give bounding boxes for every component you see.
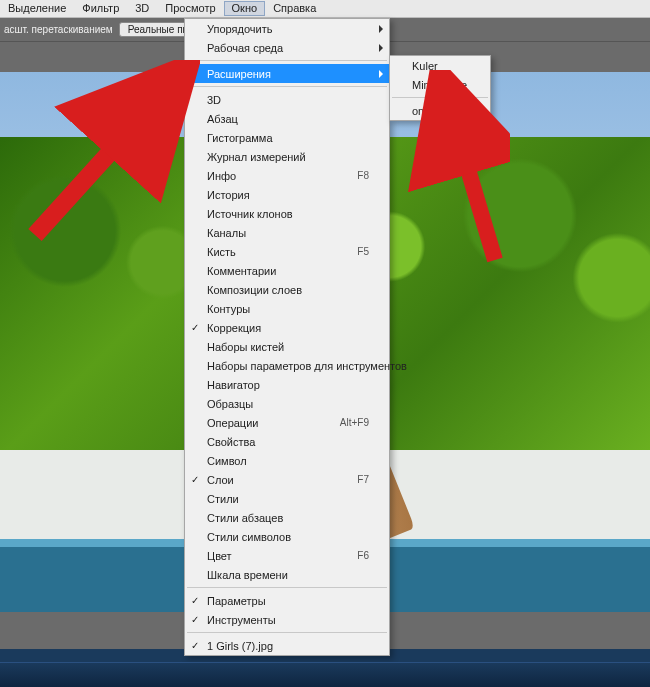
window-dropdown-menu: Упорядочить Рабочая среда Расширения 3D … <box>184 18 390 656</box>
menu-item-tools[interactable]: ✓Инструменты <box>185 610 389 629</box>
menu-separator <box>187 86 387 87</box>
menu-item-char-styles[interactable]: Стили символов <box>185 527 389 546</box>
menu-item-navigator[interactable]: Навигатор <box>185 375 389 394</box>
check-icon: ✓ <box>191 595 199 606</box>
menu-item-extensions[interactable]: Расширения <box>185 64 389 83</box>
submenu-item-onone[interactable]: onOne <box>390 101 490 120</box>
check-icon: ✓ <box>191 614 199 625</box>
os-taskbar[interactable] <box>0 662 650 687</box>
menu-separator <box>187 60 387 61</box>
menu-item-para-styles[interactable]: Стили абзацев <box>185 508 389 527</box>
drag-mode-label: асшт. перетаскиванием <box>4 24 113 35</box>
menu-item-histogram[interactable]: Гистограмма <box>185 128 389 147</box>
menu-item-clone-source[interactable]: Источник клонов <box>185 204 389 223</box>
menu-item-character[interactable]: Символ <box>185 451 389 470</box>
menu-item-workspace[interactable]: Рабочая среда <box>185 38 389 57</box>
check-icon: ✓ <box>191 322 199 333</box>
menu-item-info[interactable]: ИнфоF8 <box>185 166 389 185</box>
menu-item-tool-presets[interactable]: Наборы параметров для инструментов <box>185 356 389 375</box>
menu-item-timeline[interactable]: Шкала времени <box>185 565 389 584</box>
extensions-submenu: Kuler Mini Bridge onOne <box>389 55 491 121</box>
menu-item-color[interactable]: ЦветF6 <box>185 546 389 565</box>
menu-item-paths[interactable]: Контуры <box>185 299 389 318</box>
menu-item-brush[interactable]: КистьF5 <box>185 242 389 261</box>
menu-item-history[interactable]: История <box>185 185 389 204</box>
menu-item-3d[interactable]: 3D <box>185 90 389 109</box>
app-window: Выделение Фильтр 3D Просмотр Окно Справк… <box>0 0 650 649</box>
menu-item-layers[interactable]: ✓СлоиF7 <box>185 470 389 489</box>
check-icon: ✓ <box>191 640 199 651</box>
menu-item-adjustments[interactable]: ✓Коррекция <box>185 318 389 337</box>
menu-item-layer-comps[interactable]: Композиции слоев <box>185 280 389 299</box>
menu-item-options[interactable]: ✓Параметры <box>185 591 389 610</box>
menu-item-notes[interactable]: Комментарии <box>185 261 389 280</box>
menu-item-styles[interactable]: Стили <box>185 489 389 508</box>
submenu-arrow-icon <box>379 70 383 78</box>
menu-view[interactable]: Просмотр <box>157 1 223 16</box>
menu-separator <box>392 97 488 98</box>
menu-filter[interactable]: Фильтр <box>74 1 127 16</box>
menu-item-swatches[interactable]: Образцы <box>185 394 389 413</box>
menu-item-channels[interactable]: Каналы <box>185 223 389 242</box>
menu-help[interactable]: Справка <box>265 1 324 16</box>
menu-item-brush-presets[interactable]: Наборы кистей <box>185 337 389 356</box>
submenu-arrow-icon <box>379 44 383 52</box>
menu-item-actions[interactable]: ОперацииAlt+F9 <box>185 413 389 432</box>
menu-window[interactable]: Окно <box>224 1 266 16</box>
menu-item-open-doc[interactable]: ✓1 Girls (7).jpg <box>185 636 389 655</box>
submenu-item-minibridge[interactable]: Mini Bridge <box>390 75 490 94</box>
submenu-item-kuler[interactable]: Kuler <box>390 56 490 75</box>
menu-separator <box>187 632 387 633</box>
menu-item-arrange[interactable]: Упорядочить <box>185 19 389 38</box>
menu-select[interactable]: Выделение <box>0 1 74 16</box>
menu-separator <box>187 587 387 588</box>
menu-item-paragraph[interactable]: Абзац <box>185 109 389 128</box>
submenu-arrow-icon <box>379 25 383 33</box>
menu-item-properties[interactable]: Свойства <box>185 432 389 451</box>
check-icon: ✓ <box>191 474 199 485</box>
menu-3d[interactable]: 3D <box>127 1 157 16</box>
menubar: Выделение Фильтр 3D Просмотр Окно Справк… <box>0 0 650 18</box>
menu-item-measure-log[interactable]: Журнал измерений <box>185 147 389 166</box>
